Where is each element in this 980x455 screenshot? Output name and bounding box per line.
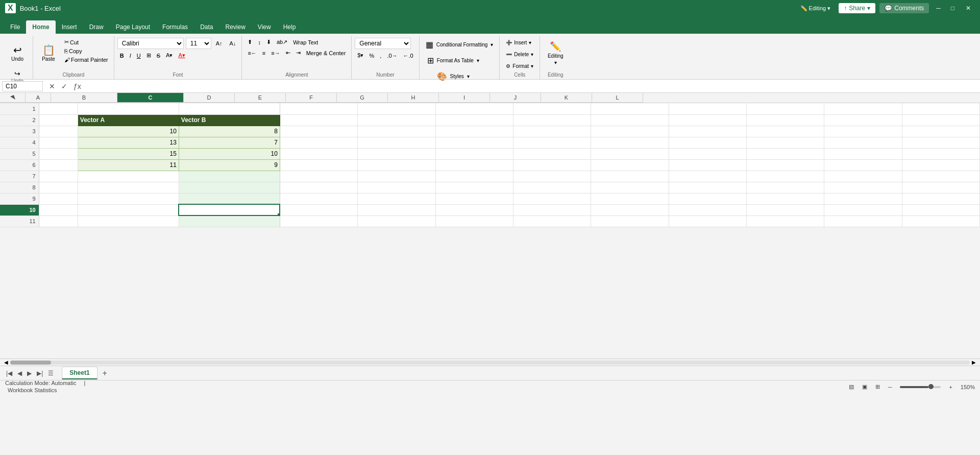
cell-b7[interactable] xyxy=(78,171,179,182)
cell-e11[interactable] xyxy=(358,215,435,227)
cell-d6[interactable] xyxy=(280,159,357,171)
comments-button[interactable]: 💬 Comments xyxy=(879,3,929,13)
cell-d4[interactable] xyxy=(280,137,357,148)
row-header-1[interactable]: 1 xyxy=(0,103,39,114)
cell-i9[interactable] xyxy=(669,193,746,204)
cell-a10[interactable] xyxy=(39,204,78,215)
cell-c4[interactable]: 7 xyxy=(179,137,280,148)
cell-f5[interactable] xyxy=(435,148,513,159)
col-header-d[interactable]: D xyxy=(184,93,235,103)
last-sheet-button[interactable]: ▶| xyxy=(35,369,45,378)
cell-e7[interactable] xyxy=(358,171,435,182)
font-name-select[interactable]: Calibri xyxy=(117,38,184,49)
cell-l4[interactable] xyxy=(902,137,980,148)
cell-g2[interactable] xyxy=(513,114,591,126)
cell-g9[interactable] xyxy=(513,193,591,204)
italic-button[interactable]: I xyxy=(127,52,134,60)
cell-a5[interactable] xyxy=(39,148,78,159)
cell-d7[interactable] xyxy=(280,171,357,182)
cell-g5[interactable] xyxy=(513,148,591,159)
cell-d5[interactable] xyxy=(280,148,357,159)
cell-b4[interactable]: 13 xyxy=(78,137,179,148)
col-header-i[interactable]: I xyxy=(439,93,490,103)
cell-l2[interactable] xyxy=(902,114,980,126)
cell-g3[interactable] xyxy=(513,126,591,137)
decrease-decimal-button[interactable]: .0→ xyxy=(384,52,400,60)
editing-button[interactable]: ✏️ Editing ▾ xyxy=(796,3,835,14)
cell-e10[interactable] xyxy=(358,204,435,215)
cell-k9[interactable] xyxy=(824,193,902,204)
fill-handle[interactable] xyxy=(278,213,280,215)
cell-j1[interactable] xyxy=(746,103,824,114)
cell-i10[interactable] xyxy=(669,204,746,215)
horizontal-scrollbar[interactable] xyxy=(10,361,970,365)
cell-h1[interactable] xyxy=(591,103,669,114)
scroll-left-icon[interactable]: ◀ xyxy=(2,360,10,365)
page-break-view-button[interactable]: ⊞ xyxy=(875,384,880,390)
cell-d11[interactable] xyxy=(280,215,357,227)
decrease-indent-button[interactable]: ⇤ xyxy=(283,49,293,57)
cell-k3[interactable] xyxy=(824,126,902,137)
cell-k7[interactable] xyxy=(824,171,902,182)
cell-a9[interactable] xyxy=(39,193,78,204)
cell-a7[interactable] xyxy=(39,171,78,182)
zoom-in-icon[interactable]: + xyxy=(949,384,952,390)
next-sheet-button[interactable]: ▶ xyxy=(25,369,34,378)
cell-b10[interactable] xyxy=(78,204,179,215)
percent-button[interactable]: % xyxy=(366,52,377,60)
cell-h8[interactable] xyxy=(591,182,669,193)
cell-c6[interactable]: 9 xyxy=(179,159,280,171)
insert-button[interactable]: ➕ Insert ▾ xyxy=(503,38,534,47)
cell-h2[interactable] xyxy=(591,114,669,126)
tab-page-layout[interactable]: Page Layout xyxy=(110,20,156,34)
workbook-statistics-button[interactable]: Workbook Statistics xyxy=(5,386,91,394)
cell-f4[interactable] xyxy=(435,137,513,148)
cell-e8[interactable] xyxy=(358,182,435,193)
cell-g4[interactable] xyxy=(513,137,591,148)
bold-button[interactable]: B xyxy=(117,52,127,60)
tab-view[interactable]: View xyxy=(252,20,277,34)
row-header-7[interactable]: 7 xyxy=(0,171,39,182)
editing-ribbon-button[interactable]: ✏️ Editing ▾ xyxy=(543,38,568,68)
cell-b1[interactable] xyxy=(78,103,179,114)
cell-f10[interactable] xyxy=(435,204,513,215)
col-header-f[interactable]: F xyxy=(286,93,337,103)
cell-f9[interactable] xyxy=(435,193,513,204)
row-header-11[interactable]: 11 xyxy=(0,215,39,227)
col-header-h[interactable]: H xyxy=(388,93,439,103)
cell-g10[interactable] xyxy=(513,204,591,215)
page-layout-view-button[interactable]: ▣ xyxy=(862,384,867,390)
cell-c9[interactable] xyxy=(179,193,280,204)
zoom-slider[interactable] xyxy=(900,386,941,388)
cell-a6[interactable] xyxy=(39,159,78,171)
cell-c2[interactable]: Vector B xyxy=(179,114,280,126)
cell-g8[interactable] xyxy=(513,182,591,193)
cell-h11[interactable] xyxy=(591,215,669,227)
prev-sheet-button[interactable]: ◀ xyxy=(15,369,24,378)
fill-color-button[interactable]: A▾ xyxy=(163,51,175,60)
cell-c3[interactable]: 8 xyxy=(179,126,280,137)
align-center-button[interactable]: ≡ xyxy=(260,49,268,57)
cell-c1[interactable] xyxy=(179,103,280,114)
cell-f6[interactable] xyxy=(435,159,513,171)
border-button[interactable]: ⊞ xyxy=(144,51,154,60)
cell-l9[interactable] xyxy=(902,193,980,204)
cell-g1[interactable] xyxy=(513,103,591,114)
redo-button[interactable]: ↪ xyxy=(5,69,30,78)
cell-i7[interactable] xyxy=(669,171,746,182)
cell-h9[interactable] xyxy=(591,193,669,204)
confirm-formula-icon[interactable]: ✓ xyxy=(59,81,69,91)
formula-input[interactable] xyxy=(87,83,978,90)
sheet-options-button[interactable]: ☰ xyxy=(46,369,56,378)
font-color-button[interactable]: A▾ xyxy=(176,51,187,60)
cell-k8[interactable] xyxy=(824,182,902,193)
cell-h7[interactable] xyxy=(591,171,669,182)
cell-b5[interactable]: 15 xyxy=(78,148,179,159)
first-sheet-button[interactable]: |◀ xyxy=(4,369,14,378)
align-right-button[interactable]: ≡→ xyxy=(268,49,282,57)
col-header-g[interactable]: G xyxy=(337,93,388,103)
col-header-e[interactable]: E xyxy=(235,93,286,103)
cell-f11[interactable] xyxy=(435,215,513,227)
sheet-tab-sheet1[interactable]: Sheet1 xyxy=(62,367,97,379)
grid-body[interactable]: 1 2 Vector xyxy=(0,103,980,358)
